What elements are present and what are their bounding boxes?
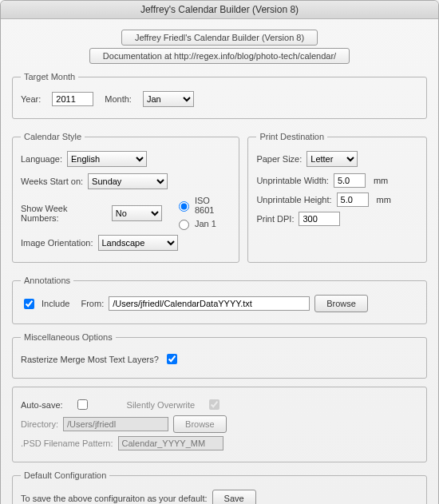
radio-jan1-input[interactable] (179, 220, 189, 230)
unprintable-height-input[interactable] (337, 192, 369, 207)
year-input[interactable] (52, 92, 93, 106)
window-title: Jeffrey's Calendar Builder (Version 8) (1, 1, 438, 19)
autosave-label: Auto-save: (21, 400, 63, 410)
year-label: Year: (21, 94, 41, 104)
print-destination-group: Print Destination Paper Size: Letter Unp… (247, 132, 427, 263)
weeks-start-label: Weeks Start on: (21, 177, 83, 186)
uh-unit: mm (377, 195, 391, 204)
default-config-group: Default Configuration To save the above … (12, 470, 427, 504)
unprintable-width-input[interactable] (334, 173, 366, 188)
panel: Jeffrey Friedl's Calendar Builder (Versi… (1, 19, 438, 504)
annotations-path-input[interactable] (109, 296, 310, 311)
save-config-text: To save the above configuraiton as your … (21, 494, 208, 503)
save-button[interactable]: Save (212, 490, 256, 504)
include-checkbox[interactable] (24, 299, 34, 309)
calendar-style-legend: Calendar Style (21, 132, 85, 141)
filename-pattern-input (118, 436, 223, 450)
autosave-checkbox[interactable] (77, 399, 88, 410)
documentation-pill[interactable]: Documentation at http://regex.info/blog/… (89, 48, 350, 64)
dpi-label: Print DPI: (256, 214, 294, 224)
orientation-select[interactable]: Landscape (98, 235, 178, 251)
print-legend: Print Destination (256, 132, 327, 141)
radio-iso8601[interactable]: ISO 8601 (175, 196, 231, 215)
rasterize-checkbox[interactable] (167, 354, 177, 364)
rasterize-label: Rasterize Merge Most Text Layers? (21, 355, 159, 364)
radio-jan1[interactable]: Jan 1 (175, 217, 231, 230)
month-label: Month: (105, 94, 132, 104)
target-month-group: Target Month Year: Month: Jan (12, 72, 427, 119)
dpi-input[interactable] (299, 212, 340, 226)
misc-legend: Miscellaneous Options (21, 332, 116, 342)
show-week-label: Show Week Numbers: (21, 204, 107, 223)
unprintable-width-label: Unprintable Width: (256, 176, 329, 185)
header-title-pill: Jeffrey Friedl's Calendar Builder (Versi… (121, 30, 318, 46)
default-config-legend: Default Configuration (21, 470, 109, 480)
language-label: Language: (21, 154, 62, 164)
app-window: Jeffrey's Calendar Builder (Version 8) J… (0, 0, 439, 504)
autosave-group: Auto-save: Silently Overwrite Directory:… (12, 387, 427, 462)
silent-overwrite-checkbox (209, 399, 220, 410)
show-week-select[interactable]: No (112, 205, 162, 221)
from-label: From: (81, 299, 104, 308)
radio-iso8601-input[interactable] (179, 201, 189, 212)
target-month-legend: Target Month (21, 72, 78, 81)
weeks-start-select[interactable]: Sunday (88, 173, 168, 189)
orientation-label: Image Orientation: (21, 238, 93, 248)
month-select[interactable]: Jan (143, 91, 194, 107)
unprintable-height-label: Unprintable Height: (256, 195, 331, 204)
paper-size-label: Paper Size: (256, 154, 302, 164)
annotations-group: Annotations Include From: Browse (12, 276, 427, 324)
directory-browse-button: Browse (173, 415, 227, 433)
uw-unit: mm (374, 176, 388, 185)
misc-group: Miscellaneous Options Rasterize Merge Mo… (12, 332, 427, 379)
annotations-browse-button[interactable]: Browse (314, 295, 368, 312)
annotations-legend: Annotations (21, 276, 73, 285)
filename-pattern-label: .PSD Filename Pattern: (21, 439, 113, 448)
paper-size-select[interactable]: Letter (307, 151, 358, 167)
directory-input (63, 417, 168, 431)
calendar-style-group: Calendar Style Language: English Weeks S… (12, 132, 239, 263)
language-select[interactable]: English (67, 151, 147, 167)
include-label: Include (42, 299, 69, 308)
silent-overwrite-label: Silently Overwrite (127, 400, 196, 410)
directory-label: Directory: (21, 419, 58, 429)
